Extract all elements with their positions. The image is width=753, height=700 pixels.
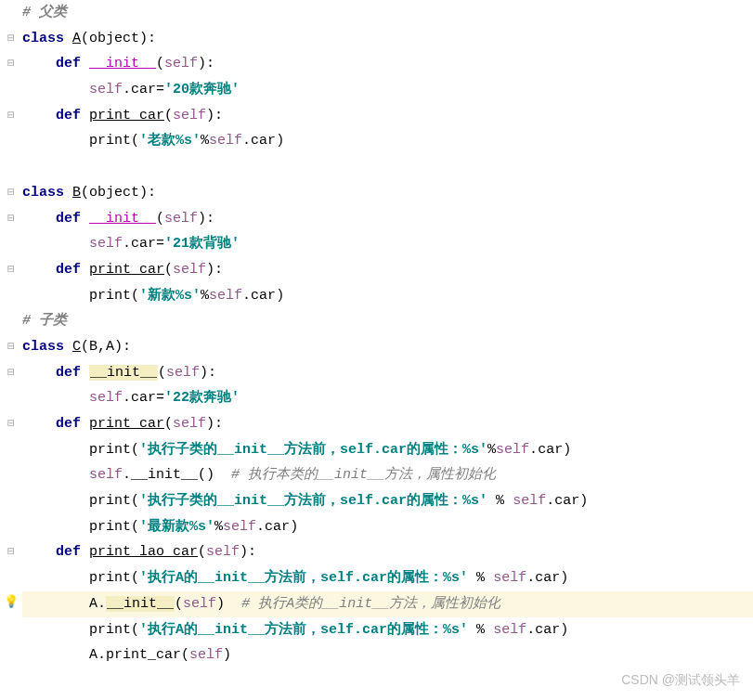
comment: # 父类 — [22, 5, 67, 20]
fold-marker[interactable] — [0, 360, 22, 386]
fold-marker[interactable] — [0, 231, 22, 257]
code-line[interactable]: class C(B,A): — [22, 334, 753, 360]
code-line-current[interactable]: A.__init__(self) # 执行A类的__init__方法，属性初始化 — [22, 591, 753, 617]
watermark: CSDN @测试领头羊 — [621, 668, 740, 693]
fold-marker[interactable] — [0, 617, 22, 643]
code-line[interactable]: def print_lao_car(self): — [22, 539, 753, 565]
fold-marker[interactable] — [0, 308, 22, 334]
code-line[interactable]: # 父类 — [22, 0, 753, 26]
fold-marker[interactable] — [0, 642, 22, 668]
fold-marker[interactable] — [0, 51, 22, 77]
highlighted-init: __init__ — [89, 365, 158, 381]
code-line[interactable]: self.car='21款背驰' — [22, 231, 753, 257]
fold-marker[interactable] — [0, 334, 22, 360]
fold-marker[interactable] — [0, 180, 22, 206]
fold-marker[interactable] — [0, 462, 22, 488]
code-line[interactable]: print('执行A的__init__方法前，self.car的属性：%s' %… — [22, 565, 753, 591]
code-line[interactable]: print('执行A的__init__方法前，self.car的属性：%s' %… — [22, 617, 753, 643]
code-line[interactable]: self.car='20款奔驰' — [22, 77, 753, 103]
fold-marker[interactable] — [0, 77, 22, 103]
fold-marker[interactable] — [0, 385, 22, 411]
fold-marker[interactable] — [0, 437, 22, 463]
fold-marker[interactable] — [0, 103, 22, 129]
code-line[interactable]: def print_car(self): — [22, 103, 753, 129]
fold-marker[interactable] — [0, 565, 22, 591]
code-line[interactable]: def print_car(self): — [22, 411, 753, 437]
code-line[interactable]: print('执行子类的__init__方法前，self.car的属性：%s'%… — [22, 437, 753, 463]
code-line[interactable]: print('执行子类的__init__方法前，self.car的属性：%s' … — [22, 488, 753, 514]
fold-marker[interactable] — [0, 128, 22, 154]
code-line[interactable]: A.print_car(self) — [22, 642, 753, 668]
fold-marker[interactable] — [0, 257, 22, 283]
comment: # 子类 — [22, 313, 67, 329]
fold-marker[interactable] — [0, 154, 22, 180]
code-line[interactable]: self.car='22款奔驰' — [22, 385, 753, 411]
fold-marker[interactable] — [0, 283, 22, 309]
fold-marker[interactable] — [0, 539, 22, 565]
fold-marker[interactable] — [0, 206, 22, 232]
code-line[interactable]: def __init__(self): — [22, 51, 753, 77]
fold-marker[interactable] — [0, 514, 22, 540]
code-line[interactable] — [22, 154, 753, 180]
fold-marker[interactable] — [0, 488, 22, 514]
code-area[interactable]: # 父类 class A(object): def __init__(self)… — [22, 0, 753, 668]
code-line[interactable]: print('老款%s'%self.car) — [22, 128, 753, 154]
comment: # 执行A类的__init__方法，属性初始化 — [241, 596, 500, 612]
code-line[interactable]: print('新款%s'%self.car) — [22, 283, 753, 309]
highlighted-init: __init__ — [106, 596, 175, 612]
code-line[interactable]: def print_car(self): — [22, 257, 753, 283]
code-line[interactable]: class A(object): — [22, 26, 753, 52]
code-line[interactable]: print('最新款%s'%self.car) — [22, 514, 753, 540]
fold-marker[interactable] — [0, 0, 22, 26]
code-line[interactable]: def __init__(self): — [22, 360, 753, 386]
code-line[interactable]: class B(object): — [22, 180, 753, 206]
fold-marker[interactable] — [0, 26, 22, 52]
fold-marker[interactable] — [0, 411, 22, 437]
code-line[interactable]: self.__init__() # 执行本类的__init__方法，属性初始化 — [22, 462, 753, 488]
code-line[interactable]: # 子类 — [22, 308, 753, 334]
comment: # 执行本类的__init__方法，属性初始化 — [231, 467, 496, 483]
code-line[interactable]: def __init__(self): — [22, 206, 753, 232]
lightbulb-icon[interactable]: 💡 — [4, 591, 19, 614]
